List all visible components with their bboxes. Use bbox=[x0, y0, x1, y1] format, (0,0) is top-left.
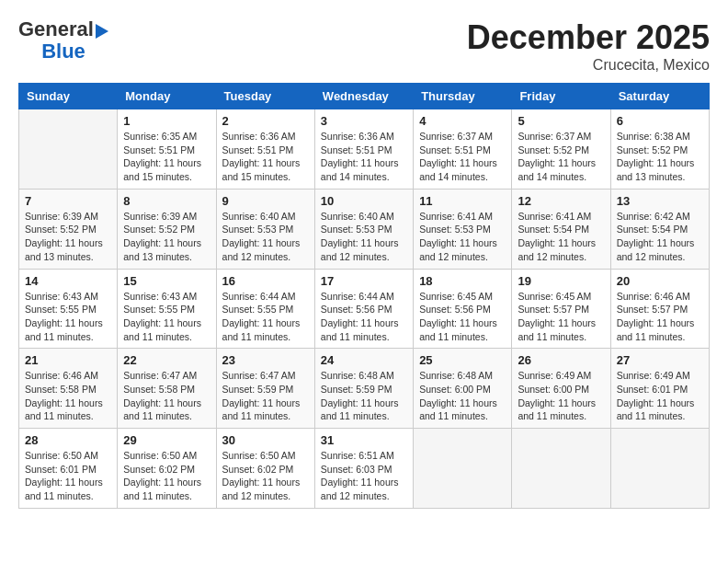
day-info: Sunrise: 6:45 AMSunset: 5:57 PMDaylight:… bbox=[518, 290, 604, 344]
day-number: 7 bbox=[25, 194, 111, 208]
day-info: Sunrise: 6:50 AMSunset: 6:02 PMDaylight:… bbox=[123, 449, 210, 503]
day-number: 3 bbox=[321, 114, 407, 128]
calendar-cell bbox=[512, 429, 610, 509]
day-info: Sunrise: 6:42 AMSunset: 5:54 PMDaylight:… bbox=[617, 210, 703, 264]
day-info: Sunrise: 6:37 AMSunset: 5:51 PMDaylight:… bbox=[419, 130, 506, 184]
calendar-cell: 6Sunrise: 6:38 AMSunset: 5:52 PMDaylight… bbox=[610, 109, 709, 190]
day-number: 13 bbox=[617, 194, 703, 208]
calendar-table: SundayMondayTuesdayWednesdayThursdayFrid… bbox=[18, 83, 710, 509]
day-info: Sunrise: 6:43 AMSunset: 5:55 PMDaylight:… bbox=[123, 290, 210, 344]
day-number: 25 bbox=[419, 353, 506, 367]
calendar-cell: 17Sunrise: 6:44 AMSunset: 5:56 PMDayligh… bbox=[314, 269, 413, 349]
day-number: 6 bbox=[617, 114, 703, 128]
logo-general: General bbox=[18, 18, 94, 40]
day-info: Sunrise: 6:41 AMSunset: 5:53 PMDaylight:… bbox=[419, 210, 506, 264]
day-info: Sunrise: 6:36 AMSunset: 5:51 PMDaylight:… bbox=[222, 130, 309, 184]
day-number: 8 bbox=[123, 194, 210, 208]
calendar-cell: 9Sunrise: 6:40 AMSunset: 5:53 PMDaylight… bbox=[216, 189, 314, 269]
weekday-header: Monday bbox=[118, 84, 216, 109]
day-number: 20 bbox=[617, 274, 703, 288]
day-info: Sunrise: 6:40 AMSunset: 5:53 PMDaylight:… bbox=[222, 210, 309, 264]
day-info: Sunrise: 6:45 AMSunset: 5:56 PMDaylight:… bbox=[419, 290, 506, 344]
calendar-cell: 14Sunrise: 6:43 AMSunset: 5:55 PMDayligh… bbox=[19, 269, 118, 349]
calendar-cell bbox=[19, 109, 118, 190]
calendar-cell: 19Sunrise: 6:45 AMSunset: 5:57 PMDayligh… bbox=[512, 269, 610, 349]
month-title: December 2025 bbox=[467, 18, 710, 57]
weekday-header: Wednesday bbox=[314, 84, 413, 109]
calendar-cell: 3Sunrise: 6:36 AMSunset: 5:51 PMDaylight… bbox=[314, 109, 413, 190]
calendar-cell: 28Sunrise: 6:50 AMSunset: 6:01 PMDayligh… bbox=[19, 429, 118, 509]
calendar-week-row: 14Sunrise: 6:43 AMSunset: 5:55 PMDayligh… bbox=[19, 269, 710, 349]
weekday-header: Thursday bbox=[414, 84, 512, 109]
day-info: Sunrise: 6:48 AMSunset: 5:59 PMDaylight:… bbox=[321, 369, 407, 423]
calendar-cell bbox=[414, 429, 512, 509]
calendar-cell: 29Sunrise: 6:50 AMSunset: 6:02 PMDayligh… bbox=[118, 429, 216, 509]
day-info: Sunrise: 6:51 AMSunset: 6:03 PMDaylight:… bbox=[321, 449, 407, 503]
day-number: 2 bbox=[222, 114, 309, 128]
calendar-cell: 30Sunrise: 6:50 AMSunset: 6:02 PMDayligh… bbox=[216, 429, 314, 509]
calendar-cell: 16Sunrise: 6:44 AMSunset: 5:55 PMDayligh… bbox=[216, 269, 314, 349]
calendar-cell: 12Sunrise: 6:41 AMSunset: 5:54 PMDayligh… bbox=[512, 189, 610, 269]
calendar-cell: 4Sunrise: 6:37 AMSunset: 5:51 PMDaylight… bbox=[414, 109, 512, 190]
day-info: Sunrise: 6:46 AMSunset: 5:57 PMDaylight:… bbox=[617, 290, 703, 344]
calendar-cell: 31Sunrise: 6:51 AMSunset: 6:03 PMDayligh… bbox=[314, 429, 413, 509]
calendar-cell: 25Sunrise: 6:48 AMSunset: 6:00 PMDayligh… bbox=[414, 349, 512, 429]
day-number: 19 bbox=[518, 274, 604, 288]
day-number: 14 bbox=[25, 274, 111, 288]
calendar-week-row: 7Sunrise: 6:39 AMSunset: 5:52 PMDaylight… bbox=[19, 189, 710, 269]
calendar-cell: 23Sunrise: 6:47 AMSunset: 5:59 PMDayligh… bbox=[216, 349, 314, 429]
calendar-cell: 11Sunrise: 6:41 AMSunset: 5:53 PMDayligh… bbox=[414, 189, 512, 269]
day-number: 15 bbox=[123, 274, 210, 288]
day-number: 23 bbox=[222, 353, 309, 367]
day-info: Sunrise: 6:46 AMSunset: 5:58 PMDaylight:… bbox=[25, 369, 111, 423]
day-number: 10 bbox=[321, 194, 407, 208]
day-info: Sunrise: 6:49 AMSunset: 6:01 PMDaylight:… bbox=[617, 369, 703, 423]
day-info: Sunrise: 6:44 AMSunset: 5:56 PMDaylight:… bbox=[321, 290, 407, 344]
day-info: Sunrise: 6:50 AMSunset: 6:02 PMDaylight:… bbox=[222, 449, 309, 503]
calendar-week-row: 28Sunrise: 6:50 AMSunset: 6:01 PMDayligh… bbox=[19, 429, 710, 509]
page-header: General Blue December 2025 Crucecita, Me… bbox=[18, 18, 710, 74]
logo-arrow-icon bbox=[96, 24, 108, 39]
logo: General Blue bbox=[18, 18, 108, 63]
day-info: Sunrise: 6:43 AMSunset: 5:55 PMDaylight:… bbox=[25, 290, 111, 344]
day-number: 30 bbox=[222, 433, 309, 447]
day-number: 27 bbox=[617, 353, 703, 367]
day-info: Sunrise: 6:39 AMSunset: 5:52 PMDaylight:… bbox=[25, 210, 111, 264]
day-number: 24 bbox=[321, 353, 407, 367]
day-number: 4 bbox=[419, 114, 506, 128]
calendar-cell: 26Sunrise: 6:49 AMSunset: 6:00 PMDayligh… bbox=[512, 349, 610, 429]
day-info: Sunrise: 6:41 AMSunset: 5:54 PMDaylight:… bbox=[518, 210, 604, 264]
day-number: 31 bbox=[321, 433, 407, 447]
calendar-cell bbox=[610, 429, 709, 509]
calendar-header-row: SundayMondayTuesdayWednesdayThursdayFrid… bbox=[19, 84, 710, 109]
location-subtitle: Crucecita, Mexico bbox=[467, 57, 710, 74]
day-info: Sunrise: 6:36 AMSunset: 5:51 PMDaylight:… bbox=[321, 130, 407, 184]
calendar-cell: 8Sunrise: 6:39 AMSunset: 5:52 PMDaylight… bbox=[118, 189, 216, 269]
calendar-cell: 22Sunrise: 6:47 AMSunset: 5:58 PMDayligh… bbox=[118, 349, 216, 429]
day-info: Sunrise: 6:37 AMSunset: 5:52 PMDaylight:… bbox=[518, 130, 604, 184]
day-number: 5 bbox=[518, 114, 604, 128]
day-info: Sunrise: 6:48 AMSunset: 6:00 PMDaylight:… bbox=[419, 369, 506, 423]
day-number: 22 bbox=[123, 353, 210, 367]
day-info: Sunrise: 6:38 AMSunset: 5:52 PMDaylight:… bbox=[617, 130, 703, 184]
day-number: 28 bbox=[25, 433, 111, 447]
day-number: 18 bbox=[419, 274, 506, 288]
day-number: 12 bbox=[518, 194, 604, 208]
weekday-header: Saturday bbox=[610, 84, 709, 109]
day-number: 26 bbox=[518, 353, 604, 367]
calendar-week-row: 21Sunrise: 6:46 AMSunset: 5:58 PMDayligh… bbox=[19, 349, 710, 429]
day-info: Sunrise: 6:47 AMSunset: 5:58 PMDaylight:… bbox=[123, 369, 210, 423]
day-info: Sunrise: 6:49 AMSunset: 6:00 PMDaylight:… bbox=[518, 369, 604, 423]
calendar-cell: 18Sunrise: 6:45 AMSunset: 5:56 PMDayligh… bbox=[414, 269, 512, 349]
weekday-header: Sunday bbox=[19, 84, 118, 109]
day-info: Sunrise: 6:50 AMSunset: 6:01 PMDaylight:… bbox=[25, 449, 111, 503]
day-info: Sunrise: 6:39 AMSunset: 5:52 PMDaylight:… bbox=[123, 210, 210, 264]
calendar-cell: 24Sunrise: 6:48 AMSunset: 5:59 PMDayligh… bbox=[314, 349, 413, 429]
title-block: December 2025 Crucecita, Mexico bbox=[467, 18, 710, 74]
calendar-cell: 1Sunrise: 6:35 AMSunset: 5:51 PMDaylight… bbox=[118, 109, 216, 190]
day-number: 17 bbox=[321, 274, 407, 288]
calendar-cell: 2Sunrise: 6:36 AMSunset: 5:51 PMDaylight… bbox=[216, 109, 314, 190]
day-info: Sunrise: 6:47 AMSunset: 5:59 PMDaylight:… bbox=[222, 369, 309, 423]
day-number: 11 bbox=[419, 194, 506, 208]
calendar-cell: 20Sunrise: 6:46 AMSunset: 5:57 PMDayligh… bbox=[610, 269, 709, 349]
